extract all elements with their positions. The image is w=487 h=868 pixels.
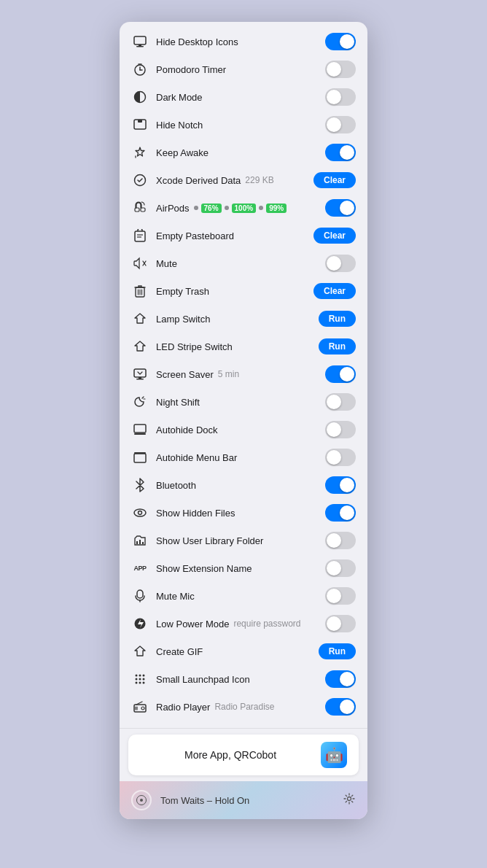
mute-icon [131, 255, 149, 272]
mute-mic-label: Mute Mic [156, 591, 325, 602]
svg-rect-33 [134, 452, 146, 454]
radio-player-icon [131, 698, 149, 716]
keep-awake-icon [131, 144, 149, 161]
pomodoro-timer-label: Pomodoro Timer [156, 64, 325, 75]
item-show-user-library-folder: Show User Library Folder [120, 527, 367, 554]
svg-rect-37 [139, 540, 141, 544]
keep-awake-label: Keep Awake [156, 147, 325, 158]
hide-notch-label: Hide Notch [156, 120, 325, 131]
show-user-library-folder-label: Show User Library Folder [156, 535, 325, 546]
autohide-dock-toggle[interactable] [325, 421, 356, 438]
svg-point-49 [136, 682, 138, 684]
empty-trash-clear-button[interactable]: Clear [313, 283, 356, 299]
xcode-derived-data-label: Xcode Derived Data 229 KB [156, 175, 313, 186]
item-pomodoro-timer: Pomodoro Timer [120, 55, 367, 83]
svg-point-53 [141, 707, 144, 710]
keep-awake-toggle[interactable] [325, 144, 356, 161]
svg-point-34 [134, 509, 146, 516]
mute-mic-toggle[interactable] [325, 587, 356, 605]
item-empty-pasteboard: Empty Pasteboard Clear [120, 222, 367, 249]
item-show-hidden-files: Show Hidden Files [120, 499, 367, 527]
svg-point-35 [139, 511, 142, 515]
svg-rect-25 [134, 369, 146, 377]
item-mute: Mute [120, 249, 367, 277]
item-screen-saver: Screen Saver 5 min [120, 360, 367, 388]
svg-marker-24 [135, 341, 145, 351]
dark-mode-toggle[interactable] [325, 88, 356, 106]
item-small-launchpad-icon: Small Launchpad Icon [120, 665, 367, 693]
bluetooth-icon [131, 476, 149, 494]
music-title: Tom Waits – Hold On [160, 795, 334, 806]
small-launchpad-icon-toggle[interactable] [325, 670, 356, 688]
svg-point-47 [139, 678, 141, 681]
pomodoro-timer-icon [131, 61, 149, 78]
svg-point-57 [140, 799, 143, 802]
menu-panel: Hide Desktop Icons Pomodoro Timer Dark M… [120, 22, 367, 819]
svg-rect-38 [142, 542, 144, 544]
airpods-icon [131, 199, 149, 217]
svg-rect-1 [139, 44, 141, 46]
night-shift-toggle[interactable] [325, 393, 356, 411]
mute-label: Mute [156, 258, 325, 269]
low-power-mode-toggle[interactable] [325, 615, 356, 632]
more-app-label: More App, QRCobot [140, 749, 321, 761]
led-stripe-switch-label: LED Stripe Switch [156, 341, 319, 352]
empty-trash-icon [131, 282, 149, 300]
items-list: Hide Desktop Icons Pomodoro Timer Dark M… [120, 22, 367, 726]
divider [120, 728, 367, 729]
dark-mode-icon [131, 88, 149, 106]
xcode-derived-data-icon [131, 171, 149, 189]
svg-rect-32 [134, 454, 146, 462]
create-gif-run-button[interactable]: Run [319, 643, 356, 659]
lamp-switch-run-button[interactable]: Run [319, 311, 356, 327]
svg-rect-36 [136, 541, 138, 544]
music-gear-icon[interactable] [343, 792, 356, 809]
item-create-gif: Create GIF Run [120, 638, 367, 665]
music-menu-icon[interactable] [131, 790, 152, 810]
airpods-label: AirPods 76% 100% 99% [156, 203, 325, 214]
screen-saver-label: Screen Saver 5 min [156, 369, 325, 380]
svg-point-51 [143, 682, 145, 684]
empty-trash-label: Empty Trash [156, 286, 313, 297]
lamp-switch-label: Lamp Switch [156, 314, 319, 325]
screen-saver-toggle[interactable] [325, 365, 356, 383]
svg-rect-26 [139, 377, 141, 379]
svg-rect-30 [134, 425, 146, 433]
show-hidden-files-toggle[interactable] [325, 504, 356, 522]
small-launchpad-icon-label: Small Launchpad Icon [156, 674, 325, 685]
svg-rect-13 [141, 208, 145, 212]
empty-pasteboard-clear-button[interactable]: Clear [313, 228, 356, 244]
svg-point-45 [143, 675, 145, 677]
svg-rect-27 [136, 379, 144, 380]
airpods-toggle[interactable] [325, 199, 356, 217]
hide-notch-toggle[interactable] [325, 116, 356, 133]
svg-line-28 [142, 397, 144, 398]
item-low-power-mode: Low Power Mode require password [120, 610, 367, 638]
mute-mic-icon [131, 587, 149, 605]
svg-rect-39 [137, 590, 143, 598]
empty-pasteboard-icon [131, 227, 149, 244]
led-stripe-switch-run-button[interactable]: Run [319, 338, 356, 354]
hide-notch-icon [131, 116, 149, 133]
hide-desktop-icons-toggle[interactable] [325, 33, 356, 50]
svg-marker-42 [135, 646, 145, 656]
item-radio-player: Radio Player Radio Paradise [120, 693, 367, 721]
svg-rect-2 [136, 46, 144, 47]
autohide-dock-label: Autohide Dock [156, 425, 325, 435]
lamp-switch-icon [131, 310, 149, 328]
pomodoro-timer-toggle[interactable] [325, 61, 356, 78]
night-shift-label: Night Shift [156, 397, 325, 408]
mute-toggle[interactable] [325, 255, 356, 272]
xcode-derived-data-clear-button[interactable]: Clear [313, 172, 356, 188]
show-user-library-folder-toggle[interactable] [325, 532, 356, 549]
svg-rect-12 [135, 208, 139, 212]
more-app-button[interactable]: More App, QRCobot 🤖 [128, 735, 359, 775]
autohide-menu-bar-toggle[interactable] [325, 449, 356, 466]
show-extension-name-label: Show Extension Name [156, 563, 325, 574]
svg-point-46 [136, 678, 138, 681]
autohide-menu-bar-icon [131, 449, 149, 466]
radio-player-toggle[interactable] [325, 698, 356, 716]
bluetooth-toggle[interactable] [325, 476, 356, 494]
item-airpods: AirPods 76% 100% 99% [120, 194, 367, 222]
show-extension-name-toggle[interactable] [325, 559, 356, 577]
